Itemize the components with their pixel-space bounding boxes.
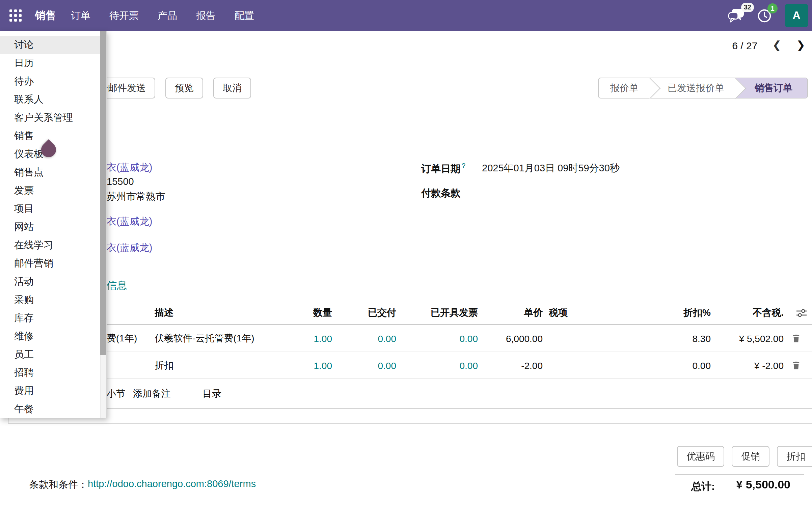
- status-step-sales-order[interactable]: 销售订单: [736, 78, 807, 98]
- catalog-link[interactable]: 目录: [202, 388, 221, 400]
- col-description: 描述: [155, 307, 173, 319]
- line-description[interactable]: 伏羲软件-云托管费(1年): [155, 332, 254, 344]
- preview-button[interactable]: 预览: [165, 78, 203, 99]
- pager-previous-icon[interactable]: ❮: [772, 38, 781, 52]
- app-item-events[interactable]: 活动: [0, 273, 100, 291]
- menu-configuration[interactable]: 配置: [225, 0, 264, 31]
- record-pager: 6 / 27 ❮ ❯: [732, 38, 805, 52]
- app-item-employees[interactable]: 员工: [0, 345, 100, 364]
- line-subtotal: ¥ 5,502.00: [739, 333, 784, 344]
- line-unit-price[interactable]: -2.00: [521, 360, 543, 371]
- app-item-purchase[interactable]: 采购: [0, 291, 100, 309]
- pager-next-icon[interactable]: ❯: [796, 38, 805, 52]
- col-invoiced: 已开具发票: [431, 307, 478, 319]
- total-divider: [675, 474, 804, 475]
- menu-orders[interactable]: 订单: [61, 0, 100, 31]
- chat-bubbles-icon: [728, 8, 744, 23]
- col-subtotal: 不含税.: [753, 307, 784, 319]
- promotion-buttons: 优惠码 促销 折扣: [677, 446, 812, 467]
- apps-dropdown-menu: 讨论 日历 待办 联系人 客户关系管理 销售 仪表板 销售点 发票 项目 网站 …: [0, 31, 107, 418]
- app-item-expenses[interactable]: 费用: [0, 382, 100, 400]
- tab-order-lines[interactable]: 信息: [107, 279, 127, 292]
- order-lines-table: 描述 数量 已交付 已开具发票 单价 税项 折扣% 不含税. 费(1年) 伏羲软…: [8, 301, 812, 409]
- table-header-row: 描述 数量 已交付 已开具发票 单价 税项 折扣% 不含税.: [8, 301, 812, 325]
- delete-line-icon[interactable]: [792, 361, 800, 369]
- app-item-contacts[interactable]: 联系人: [0, 90, 100, 109]
- app-item-invoicing[interactable]: 发票: [0, 181, 100, 200]
- app-item-project[interactable]: 项目: [0, 200, 100, 218]
- col-discount: 折扣%: [683, 307, 711, 319]
- app-item-inventory[interactable]: 库存: [0, 309, 100, 327]
- table-footer-links: 小节 添加备注 目录: [8, 379, 812, 409]
- statusbar: 报价单 已发送报价单 销售订单: [598, 78, 808, 99]
- coupon-code-button[interactable]: 优惠码: [677, 446, 724, 467]
- line-description[interactable]: 折扣: [155, 359, 173, 371]
- col-taxes: 税项: [549, 307, 568, 319]
- line-unit-price[interactable]: 6,000.00: [506, 333, 543, 344]
- odoo-sale-order-page: 销售 订单 待开票 产品 报告 配置 32: [0, 0, 812, 506]
- total-label: 总计:: [691, 480, 715, 493]
- app-item-lunch[interactable]: 午餐: [0, 400, 100, 418]
- payment-terms-label: 付款条款: [421, 187, 460, 200]
- line-subtotal: ¥ -2.00: [754, 360, 784, 371]
- col-delivered: 已交付: [368, 307, 396, 319]
- terms-label: 条款和条件：: [29, 478, 88, 491]
- top-navbar: 销售 订单 待开票 产品 报告 配置 32: [0, 0, 812, 31]
- line-invoiced[interactable]: 0.00: [460, 360, 478, 371]
- invoice-address-link[interactable]: 衣(蓝威龙): [107, 215, 152, 228]
- order-date-label: 订单日期?: [421, 162, 465, 175]
- app-item-email-marketing[interactable]: 邮件营销: [0, 254, 100, 273]
- app-item-discuss[interactable]: 讨论: [0, 36, 100, 54]
- line-delivered[interactable]: 0.00: [378, 333, 397, 344]
- messages-button[interactable]: 32: [728, 8, 744, 23]
- menu-products[interactable]: 产品: [148, 0, 187, 31]
- app-item-pos[interactable]: 销售点: [0, 163, 100, 181]
- col-qty: 数量: [313, 307, 332, 319]
- app-item-crm[interactable]: 客户关系管理: [0, 109, 100, 127]
- add-section-link[interactable]: 小节: [107, 388, 126, 400]
- add-note-link[interactable]: 添加备注: [133, 388, 171, 400]
- line-discount[interactable]: 8.30: [693, 333, 711, 344]
- cancel-button[interactable]: 取消: [213, 78, 251, 99]
- line-invoiced[interactable]: 0.00: [460, 333, 478, 344]
- discount-button[interactable]: 折扣: [777, 446, 812, 467]
- delivery-address-link[interactable]: 衣(蓝威龙): [107, 242, 152, 254]
- menu-to-invoice[interactable]: 待开票: [100, 0, 148, 31]
- customer-link[interactable]: 衣(蓝威龙): [107, 161, 152, 174]
- line-qty[interactable]: 1.00: [314, 360, 332, 371]
- table-row: 折扣 1.00 0.00 0.00 -2.00 0.00 ¥ -2.00: [8, 352, 812, 379]
- app-item-website[interactable]: 网站: [0, 218, 100, 236]
- app-item-repairs[interactable]: 维修: [0, 327, 100, 345]
- app-item-todo[interactable]: 待办: [0, 72, 100, 90]
- status-step-quotation[interactable]: 报价单: [599, 78, 650, 98]
- optional-columns-icon[interactable]: [796, 309, 807, 317]
- order-date-value[interactable]: 2025年01月03日 09时59分30秒: [482, 162, 620, 175]
- apps-menu-button[interactable]: [0, 0, 31, 31]
- menu-scrollbar-thumb[interactable]: [100, 31, 106, 355]
- app-item-recruitment[interactable]: 招聘: [0, 364, 100, 382]
- app-item-elearning[interactable]: 在线学习: [0, 236, 100, 254]
- pager-value: 6 / 27: [732, 39, 757, 51]
- total-value: ¥ 5,500.00: [736, 478, 790, 492]
- user-avatar[interactable]: A: [785, 4, 808, 27]
- line-discount[interactable]: 0.00: [693, 360, 711, 371]
- delete-line-icon[interactable]: [792, 334, 800, 342]
- apps-menu-list: 讨论 日历 待办 联系人 客户关系管理 销售 仪表板 销售点 发票 项目 网站 …: [0, 31, 106, 418]
- customer-zip: 15500: [107, 176, 134, 187]
- navbar-systray: 32 1 A: [728, 4, 812, 27]
- line-qty[interactable]: 1.00: [314, 333, 332, 344]
- status-step-quotation-sent[interactable]: 已发送报价单: [650, 78, 736, 98]
- terms-link[interactable]: http://odoo.chaorengo.com:8069/terms: [88, 478, 256, 489]
- promotions-button[interactable]: 促销: [732, 446, 769, 467]
- apps-grid-icon: [9, 9, 22, 22]
- activities-button[interactable]: 1: [757, 8, 772, 23]
- activities-badge: 1: [767, 3, 778, 13]
- col-unit-price: 单价: [524, 307, 543, 319]
- help-icon: ?: [462, 162, 465, 169]
- line-delivered[interactable]: 0.00: [378, 360, 397, 371]
- line-product-link[interactable]: 费(1年): [107, 332, 137, 344]
- app-item-calendar[interactable]: 日历: [0, 54, 100, 72]
- app-brand-sales[interactable]: 销售: [35, 8, 56, 23]
- menu-reporting[interactable]: 报告: [187, 0, 225, 31]
- customer-city: 苏州市常熟市: [107, 190, 165, 203]
